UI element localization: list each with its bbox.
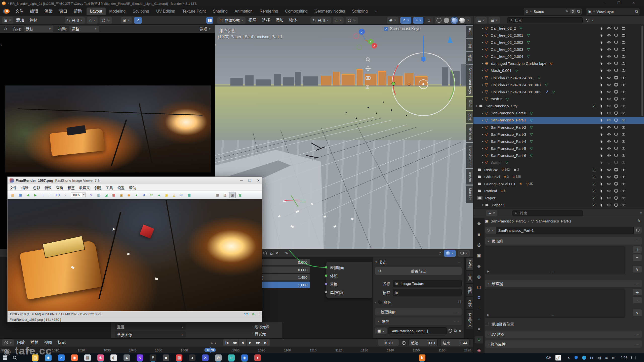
fs-tool-print[interactable]: ▭	[178, 192, 185, 198]
node-socket-厚(宽)度[interactable]: 厚(宽)度	[330, 288, 373, 296]
outliner-row-SanFrancisco_Part-1[interactable]: ▸▽SanFrancisco_Part-1▽	[473, 117, 644, 124]
selectable-toggle[interactable]	[599, 182, 604, 186]
outliner-item-name[interactable]: SanFrancisco_Part-5	[491, 146, 526, 151]
outliner-row-Mesh_0.001[interactable]: ▸▽Mesh_0.001▽	[473, 67, 644, 74]
notification-icon[interactable]	[631, 356, 635, 359]
frame-tick-1010[interactable]: 1010	[52, 348, 59, 352]
taskbar-icon-app-round[interactable]: ◕	[189, 354, 195, 361]
node-name-field[interactable]: ▣Image Texture	[393, 280, 462, 287]
hide-viewport-toggle[interactable]	[606, 33, 612, 37]
auto-keying-stopwatch-icon[interactable]	[401, 340, 406, 345]
fs-tool-grid-calc[interactable]: ▦	[186, 192, 192, 198]
pin-icon[interactable]: ✎	[637, 219, 640, 223]
copy-datablock-icon[interactable]: ⧉	[454, 329, 457, 333]
taskbar-icon-app-check[interactable]: ✓	[58, 354, 65, 361]
rendered-shading-icon[interactable]	[459, 18, 465, 23]
properties-tab-constraints[interactable]: ⧖	[475, 325, 483, 333]
ntab-kee2m[interactable]: kee2m	[466, 169, 473, 185]
taskbar-icon-app-x[interactable]: ✕	[202, 354, 209, 361]
selectable-toggle[interactable]	[599, 154, 604, 157]
taskbar-icon-app-colors[interactable]: ▦	[176, 354, 182, 361]
color-attributes-panel-header[interactable]: ›颜色属性····	[485, 340, 642, 348]
fs-tool-stamp[interactable]: ◉	[126, 192, 132, 198]
frame-tick-1120[interactable]: 1120	[335, 348, 342, 352]
disable-render-toggle[interactable]	[621, 104, 626, 108]
new-scene-icon[interactable]: ⧉	[577, 9, 580, 14]
shape-key-specials-button[interactable]: ∨	[632, 309, 642, 316]
faststone-titlebar[interactable]: FinalRender_1067.png FastStone Image Vie…	[8, 177, 262, 184]
show-gizmo-toggle[interactable]: ↗∨	[400, 17, 412, 24]
active-tool-icon[interactable]: ⊙	[4, 26, 7, 31]
frame-tick-1130[interactable]: 1130	[361, 348, 368, 352]
outliner-row-SanFrancisco_City[interactable]: ▾SanFrancisco_City✓	[473, 103, 644, 110]
list-filter-expand-icon[interactable]: ▶	[487, 313, 489, 316]
fs-tool-prev[interactable]: ◀	[25, 192, 31, 198]
outliner-item-name[interactable]: Mesh_0.001	[491, 68, 512, 73]
snap-toggle-main[interactable]: ∩∨	[333, 17, 344, 24]
wireframe-shading-icon[interactable]	[436, 18, 441, 23]
pause-button[interactable]: ▮▮	[206, 17, 213, 24]
fs-tool-view-split[interactable]: ▥	[222, 192, 228, 198]
fs-tool-actual-size[interactable]: 1:1	[55, 192, 61, 198]
selectable-toggle[interactable]	[599, 147, 604, 150]
selectable-toggle[interactable]	[599, 196, 604, 200]
disable-viewport-toggle[interactable]	[613, 48, 619, 51]
fs-tool-tag[interactable]: ◪	[103, 192, 109, 198]
properties-tab-object[interactable]: ▢	[475, 283, 483, 291]
fs-menu-帮助[interactable]: 帮助	[127, 185, 138, 190]
workspace-tab-animation[interactable]: Animation	[231, 8, 256, 15]
disable-viewport-toggle[interactable]	[613, 69, 619, 72]
hide-viewport-toggle[interactable]	[606, 132, 612, 136]
uv-maps-panel-header[interactable]: ›UV 贴图····	[485, 331, 642, 338]
menu-帮助[interactable]: 帮助	[70, 9, 85, 13]
ntab-创建[interactable]: 创建	[466, 111, 473, 123]
editor-type-button[interactable]: ⊞∨	[2, 17, 13, 24]
outliner-editor-type[interactable]: ☰∨	[475, 17, 487, 24]
selectable-toggle[interactable]	[599, 140, 604, 143]
frame-tick-1060[interactable]: 1060	[181, 348, 188, 352]
rest-position-checkbox[interactable]	[485, 322, 489, 326]
outliner-item-name[interactable]: RedBox	[484, 168, 498, 172]
shading-mode-switch[interactable]: ∨	[435, 17, 471, 24]
outliner-item-name[interactable]: SanFrancisco_Part-1	[491, 118, 526, 122]
selectable-toggle[interactable]	[599, 118, 604, 122]
keying-set-circle-icon[interactable]: ○	[211, 340, 214, 345]
disable-render-toggle[interactable]	[621, 154, 626, 157]
bsdf-sections[interactable]: ›边缘光泽 ›自发光	[252, 323, 270, 337]
disable-render-toggle[interactable]	[621, 203, 626, 207]
color-subpanel[interactable]: ›颜色 ⸾⸾	[375, 299, 462, 305]
outliner-row-trash_3[interactable]: ▸▽trash 3▽	[473, 96, 644, 103]
fs-menu-设置[interactable]: 设置	[115, 185, 127, 190]
disable-render-toggle[interactable]	[621, 168, 626, 172]
disable-viewport-toggle[interactable]	[613, 140, 619, 143]
disable-render-toggle[interactable]	[621, 189, 626, 193]
frame-tick-1140[interactable]: 1140	[387, 348, 394, 352]
faststone-image[interactable]: ➤	[8, 199, 262, 311]
workspace-tab-texture-paint[interactable]: Texture Paint	[179, 8, 209, 15]
show-overlays-dropdown[interactable]: ◉∨	[387, 17, 398, 24]
disable-render-toggle[interactable]	[621, 140, 626, 143]
disable-viewport-toggle[interactable]	[613, 111, 619, 115]
node-socket-体积[interactable]: 体积	[330, 272, 373, 280]
playhead[interactable]	[210, 347, 211, 354]
disable-viewport-toggle[interactable]	[613, 196, 619, 200]
vertex-groups-list[interactable]: ▶ ····	[485, 246, 625, 274]
taskbar-icon-app-runner[interactable]: ▲	[124, 354, 130, 361]
disable-viewport-toggle[interactable]	[613, 33, 619, 37]
disable-render-toggle[interactable]	[621, 69, 626, 72]
outliner-item-name[interactable]: Car_free_02_2	[491, 26, 516, 30]
disable-render-toggle[interactable]	[621, 132, 626, 136]
ntab-条目[interactable]: 条目	[466, 26, 473, 38]
disable-render-toggle[interactable]	[621, 76, 626, 80]
outliner-row-Watter[interactable]: ▸▽Watter▽	[473, 159, 644, 166]
fs-menu-特效[interactable]: 特效	[42, 185, 54, 190]
window-controls[interactable]: ─ ❒ ✕	[603, 1, 640, 5]
outliner-item-name[interactable]: SanFrancisco_Part-6	[491, 153, 526, 158]
outliner-item-name[interactable]: SanFrancisco_Part-0	[491, 111, 526, 115]
disable-viewport-toggle[interactable]	[613, 125, 619, 129]
workspace-tab-rendering[interactable]: Rendering	[256, 8, 282, 15]
disable-viewport-toggle[interactable]	[613, 76, 619, 80]
menu-添加[interactable]: 添加	[13, 18, 27, 22]
taskbar-icon-app-capture[interactable]: ◎	[110, 354, 117, 361]
source-dropdown[interactable]: 单张图像∨	[115, 331, 186, 338]
